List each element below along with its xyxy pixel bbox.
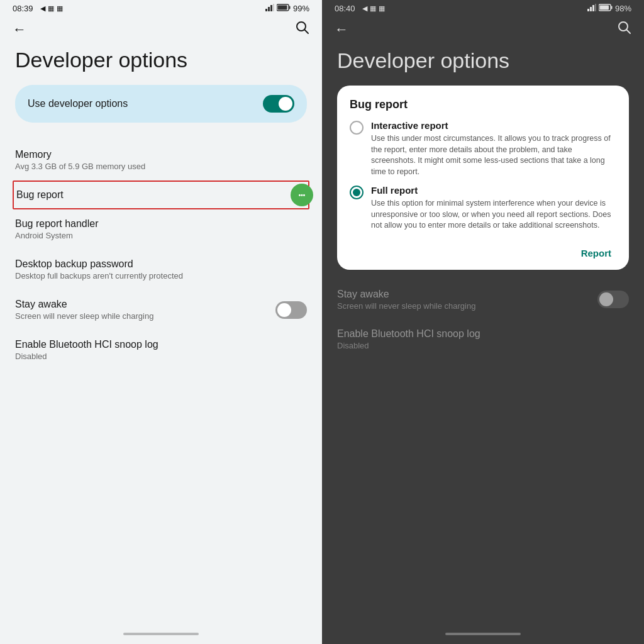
- svg-rect-14: [611, 6, 612, 9]
- memory-setting[interactable]: Memory Avg 3.3 GB of 5.9 GB memory used: [15, 140, 307, 180]
- report-button[interactable]: Report: [576, 244, 616, 262]
- green-dot-button[interactable]: •••: [291, 184, 313, 206]
- bug-report-handler-setting[interactable]: Bug report handler Android System: [15, 209, 307, 250]
- svg-rect-15: [599, 6, 609, 10]
- left-status-bar: 08:39 ◀ ▦ ▦ 99%: [0, 0, 322, 16]
- svg-line-17: [626, 30, 630, 33]
- svg-rect-1: [268, 7, 270, 11]
- bug-report-title: Bug report: [16, 189, 306, 201]
- calendar-icon: ▦: [57, 4, 63, 13]
- right-calendar-icon: ▦: [379, 4, 385, 13]
- battery-icon: [277, 4, 291, 13]
- svg-rect-0: [265, 9, 267, 11]
- full-report-radio-inner: [353, 189, 360, 196]
- memory-title: Memory: [15, 149, 307, 160]
- memory-subtitle: Avg 3.3 GB of 5.9 GB memory used: [15, 162, 307, 171]
- dialog-actions: Report: [350, 239, 616, 262]
- desktop-backup-title: Desktop backup password: [15, 258, 307, 270]
- toggle-thumb: [279, 97, 292, 111]
- svg-rect-11: [592, 5, 594, 11]
- stay-awake-setting[interactable]: Stay awake Screen will never sleep while…: [15, 290, 307, 330]
- right-bluetooth-hci-title: Enable Bluetooth HCI snoop log: [337, 328, 629, 340]
- interactive-report-option[interactable]: Interactive report Use this under most c…: [350, 120, 616, 177]
- bug-report-setting[interactable]: Bug report •••: [13, 180, 309, 209]
- right-content: Developer options Bug report Interactive…: [322, 43, 644, 626]
- svg-rect-5: [289, 6, 290, 9]
- full-report-radio[interactable]: [350, 186, 364, 199]
- right-bluetooth-hci-setting: Enable Bluetooth HCI snoop log Disabled: [337, 319, 629, 360]
- right-back-button[interactable]: ←: [335, 21, 348, 38]
- left-back-button[interactable]: ←: [13, 21, 26, 38]
- dialog-title: Bug report: [350, 98, 616, 111]
- desktop-backup-subtitle: Desktop full backups aren't currently pr…: [15, 271, 307, 280]
- signal-icon: [265, 4, 274, 13]
- svg-line-8: [304, 30, 308, 33]
- interactive-report-radio[interactable]: [350, 121, 364, 135]
- bluetooth-hci-title: Enable Bluetooth HCI snoop log: [15, 339, 307, 350]
- svg-rect-2: [270, 5, 272, 11]
- right-phone-panel: 08:40 ◀ ▦ ▦ 98%: [322, 0, 644, 644]
- svg-rect-10: [590, 7, 592, 11]
- svg-rect-6: [277, 6, 287, 10]
- bluetooth-hci-setting[interactable]: Enable Bluetooth HCI snoop log Disabled: [15, 330, 307, 370]
- left-search-button[interactable]: [296, 21, 309, 38]
- wifi-icon: ▦: [48, 4, 54, 13]
- location-icon: ◀: [40, 4, 45, 13]
- svg-rect-9: [587, 9, 589, 11]
- stay-awake-subtitle: Screen will never sleep while charging: [15, 311, 153, 321]
- full-report-label: Full report: [371, 185, 616, 196]
- right-bluetooth-hci-subtitle: Disabled: [337, 341, 629, 350]
- right-status-bar: 08:40 ◀ ▦ ▦ 98%: [322, 0, 644, 16]
- developer-options-label: Use developer options: [28, 98, 128, 109]
- developer-options-toggle-card[interactable]: Use developer options: [15, 85, 307, 123]
- left-content: Developer options Use developer options …: [0, 43, 322, 626]
- left-page-title: Developer options: [15, 48, 307, 72]
- left-phone-panel: 08:39 ◀ ▦ ▦ 99%: [0, 0, 322, 644]
- svg-rect-12: [595, 4, 596, 11]
- right-signal-icon: [587, 4, 596, 13]
- right-stay-awake-setting: Stay awake Screen will never sleep while…: [337, 280, 629, 319]
- stay-awake-title: Stay awake: [15, 299, 153, 310]
- svg-rect-3: [273, 4, 274, 11]
- right-behind-settings: Stay awake Screen will never sleep while…: [337, 280, 629, 360]
- left-home-indicator: [123, 633, 199, 635]
- interactive-report-desc: Use this under most circumstances. It al…: [371, 133, 616, 177]
- bug-report-handler-title: Bug report handler: [15, 218, 307, 230]
- interactive-report-label: Interactive report: [371, 120, 616, 131]
- right-wifi-icon: ▦: [370, 4, 376, 13]
- right-bottom-bar: [322, 626, 644, 644]
- left-bottom-bar: [0, 626, 322, 644]
- bug-report-dialog: Bug report Interactive report Use this u…: [337, 86, 629, 270]
- right-page-title: Developer options: [337, 48, 629, 73]
- stay-awake-toggle-thumb: [277, 303, 291, 317]
- right-home-indicator: [445, 633, 521, 635]
- left-status-right: 99%: [265, 4, 309, 13]
- left-nav-bar: ←: [0, 16, 322, 43]
- developer-options-toggle[interactable]: [263, 95, 294, 113]
- desktop-backup-setting[interactable]: Desktop backup password Desktop full bac…: [15, 250, 307, 290]
- bluetooth-hci-subtitle: Disabled: [15, 352, 307, 361]
- right-nav-bar: ←: [322, 16, 644, 43]
- right-battery-icon: [599, 4, 613, 13]
- right-stay-awake-title: Stay awake: [337, 289, 475, 300]
- right-stay-awake-toggle: [597, 291, 629, 308]
- left-status-time: 08:39 ◀ ▦ ▦: [13, 4, 63, 13]
- right-status-time: 08:40 ◀ ▦ ▦: [335, 4, 385, 13]
- full-report-desc: Use this option for minimal system inter…: [371, 198, 616, 231]
- right-status-right: 98%: [587, 4, 631, 13]
- right-location-icon: ◀: [362, 4, 367, 13]
- full-report-option[interactable]: Full report Use this option for minimal …: [350, 185, 616, 231]
- bug-report-handler-subtitle: Android System: [15, 231, 307, 240]
- right-search-button[interactable]: [618, 21, 631, 38]
- stay-awake-toggle[interactable]: [275, 301, 307, 319]
- right-stay-awake-subtitle: Screen will never sleep while charging: [337, 301, 475, 311]
